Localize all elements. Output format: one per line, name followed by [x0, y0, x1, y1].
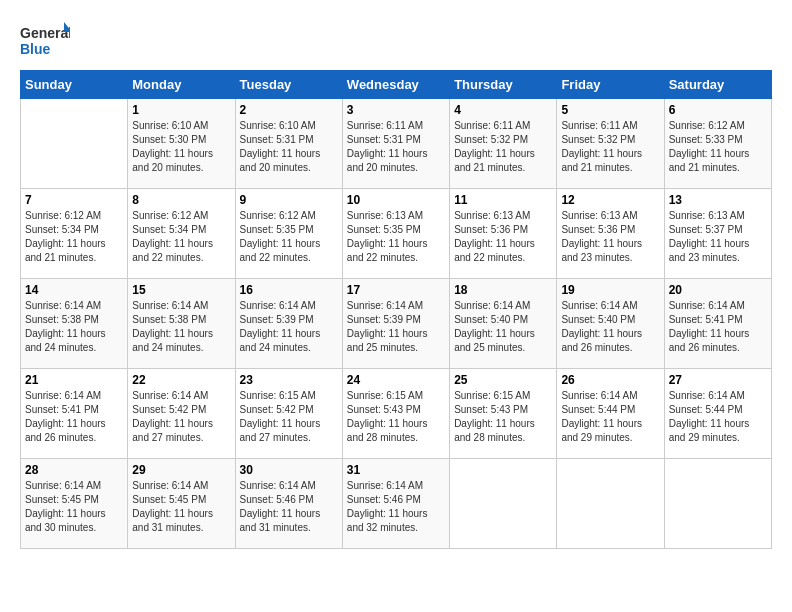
- day-number: 30: [240, 463, 338, 477]
- day-number: 10: [347, 193, 445, 207]
- calendar-cell: 31Sunrise: 6:14 AMSunset: 5:46 PMDayligh…: [342, 459, 449, 549]
- day-number: 19: [561, 283, 659, 297]
- calendar-cell: 13Sunrise: 6:13 AMSunset: 5:37 PMDayligh…: [664, 189, 771, 279]
- page-header: General Blue: [20, 20, 772, 60]
- day-info: Sunrise: 6:14 AMSunset: 5:41 PMDaylight:…: [25, 389, 123, 445]
- calendar-cell: 4Sunrise: 6:11 AMSunset: 5:32 PMDaylight…: [450, 99, 557, 189]
- day-info: Sunrise: 6:13 AMSunset: 5:36 PMDaylight:…: [454, 209, 552, 265]
- day-info: Sunrise: 6:14 AMSunset: 5:44 PMDaylight:…: [669, 389, 767, 445]
- day-info: Sunrise: 6:14 AMSunset: 5:45 PMDaylight:…: [132, 479, 230, 535]
- calendar-cell: 17Sunrise: 6:14 AMSunset: 5:39 PMDayligh…: [342, 279, 449, 369]
- day-number: 2: [240, 103, 338, 117]
- day-number: 25: [454, 373, 552, 387]
- day-info: Sunrise: 6:12 AMSunset: 5:34 PMDaylight:…: [25, 209, 123, 265]
- calendar-week-3: 14Sunrise: 6:14 AMSunset: 5:38 PMDayligh…: [21, 279, 772, 369]
- day-number: 18: [454, 283, 552, 297]
- calendar-cell: 30Sunrise: 6:14 AMSunset: 5:46 PMDayligh…: [235, 459, 342, 549]
- day-info: Sunrise: 6:14 AMSunset: 5:40 PMDaylight:…: [454, 299, 552, 355]
- day-number: 15: [132, 283, 230, 297]
- day-info: Sunrise: 6:14 AMSunset: 5:39 PMDaylight:…: [347, 299, 445, 355]
- calendar-cell: 16Sunrise: 6:14 AMSunset: 5:39 PMDayligh…: [235, 279, 342, 369]
- calendar-cell: 19Sunrise: 6:14 AMSunset: 5:40 PMDayligh…: [557, 279, 664, 369]
- day-number: 4: [454, 103, 552, 117]
- day-info: Sunrise: 6:12 AMSunset: 5:33 PMDaylight:…: [669, 119, 767, 175]
- dow-header-monday: Monday: [128, 71, 235, 99]
- calendar-cell: 20Sunrise: 6:14 AMSunset: 5:41 PMDayligh…: [664, 279, 771, 369]
- day-number: 26: [561, 373, 659, 387]
- day-number: 31: [347, 463, 445, 477]
- calendar-cell: 5Sunrise: 6:11 AMSunset: 5:32 PMDaylight…: [557, 99, 664, 189]
- day-info: Sunrise: 6:15 AMSunset: 5:43 PMDaylight:…: [347, 389, 445, 445]
- day-number: 16: [240, 283, 338, 297]
- day-info: Sunrise: 6:10 AMSunset: 5:30 PMDaylight:…: [132, 119, 230, 175]
- day-number: 21: [25, 373, 123, 387]
- calendar-week-4: 21Sunrise: 6:14 AMSunset: 5:41 PMDayligh…: [21, 369, 772, 459]
- calendar-cell: 23Sunrise: 6:15 AMSunset: 5:42 PMDayligh…: [235, 369, 342, 459]
- calendar-table: SundayMondayTuesdayWednesdayThursdayFrid…: [20, 70, 772, 549]
- calendar-cell: 24Sunrise: 6:15 AMSunset: 5:43 PMDayligh…: [342, 369, 449, 459]
- calendar-cell: [557, 459, 664, 549]
- calendar-cell: 14Sunrise: 6:14 AMSunset: 5:38 PMDayligh…: [21, 279, 128, 369]
- dow-header-thursday: Thursday: [450, 71, 557, 99]
- day-info: Sunrise: 6:15 AMSunset: 5:43 PMDaylight:…: [454, 389, 552, 445]
- day-number: 8: [132, 193, 230, 207]
- day-number: 12: [561, 193, 659, 207]
- dow-header-saturday: Saturday: [664, 71, 771, 99]
- calendar-cell: 3Sunrise: 6:11 AMSunset: 5:31 PMDaylight…: [342, 99, 449, 189]
- calendar-cell: 18Sunrise: 6:14 AMSunset: 5:40 PMDayligh…: [450, 279, 557, 369]
- calendar-cell: 2Sunrise: 6:10 AMSunset: 5:31 PMDaylight…: [235, 99, 342, 189]
- day-info: Sunrise: 6:13 AMSunset: 5:36 PMDaylight:…: [561, 209, 659, 265]
- day-info: Sunrise: 6:13 AMSunset: 5:35 PMDaylight:…: [347, 209, 445, 265]
- dow-header-friday: Friday: [557, 71, 664, 99]
- dow-header-sunday: Sunday: [21, 71, 128, 99]
- day-number: 14: [25, 283, 123, 297]
- dow-header-wednesday: Wednesday: [342, 71, 449, 99]
- calendar-cell: 26Sunrise: 6:14 AMSunset: 5:44 PMDayligh…: [557, 369, 664, 459]
- dow-header-tuesday: Tuesday: [235, 71, 342, 99]
- day-number: 28: [25, 463, 123, 477]
- day-info: Sunrise: 6:14 AMSunset: 5:45 PMDaylight:…: [25, 479, 123, 535]
- day-info: Sunrise: 6:14 AMSunset: 5:42 PMDaylight:…: [132, 389, 230, 445]
- logo: General Blue: [20, 20, 70, 60]
- calendar-cell: 15Sunrise: 6:14 AMSunset: 5:38 PMDayligh…: [128, 279, 235, 369]
- day-info: Sunrise: 6:14 AMSunset: 5:39 PMDaylight:…: [240, 299, 338, 355]
- day-number: 3: [347, 103, 445, 117]
- day-info: Sunrise: 6:14 AMSunset: 5:38 PMDaylight:…: [25, 299, 123, 355]
- calendar-cell: 22Sunrise: 6:14 AMSunset: 5:42 PMDayligh…: [128, 369, 235, 459]
- day-number: 5: [561, 103, 659, 117]
- day-info: Sunrise: 6:10 AMSunset: 5:31 PMDaylight:…: [240, 119, 338, 175]
- calendar-cell: 1Sunrise: 6:10 AMSunset: 5:30 PMDaylight…: [128, 99, 235, 189]
- calendar-cell: 7Sunrise: 6:12 AMSunset: 5:34 PMDaylight…: [21, 189, 128, 279]
- day-info: Sunrise: 6:11 AMSunset: 5:32 PMDaylight:…: [454, 119, 552, 175]
- day-number: 6: [669, 103, 767, 117]
- calendar-cell: 10Sunrise: 6:13 AMSunset: 5:35 PMDayligh…: [342, 189, 449, 279]
- day-info: Sunrise: 6:15 AMSunset: 5:42 PMDaylight:…: [240, 389, 338, 445]
- day-number: 24: [347, 373, 445, 387]
- svg-text:General: General: [20, 25, 70, 41]
- day-number: 23: [240, 373, 338, 387]
- day-number: 13: [669, 193, 767, 207]
- day-number: 17: [347, 283, 445, 297]
- calendar-cell: 9Sunrise: 6:12 AMSunset: 5:35 PMDaylight…: [235, 189, 342, 279]
- day-info: Sunrise: 6:14 AMSunset: 5:40 PMDaylight:…: [561, 299, 659, 355]
- day-info: Sunrise: 6:14 AMSunset: 5:38 PMDaylight:…: [132, 299, 230, 355]
- calendar-cell: [664, 459, 771, 549]
- calendar-week-2: 7Sunrise: 6:12 AMSunset: 5:34 PMDaylight…: [21, 189, 772, 279]
- calendar-cell: 28Sunrise: 6:14 AMSunset: 5:45 PMDayligh…: [21, 459, 128, 549]
- day-info: Sunrise: 6:11 AMSunset: 5:32 PMDaylight:…: [561, 119, 659, 175]
- calendar-cell: 27Sunrise: 6:14 AMSunset: 5:44 PMDayligh…: [664, 369, 771, 459]
- calendar-cell: 6Sunrise: 6:12 AMSunset: 5:33 PMDaylight…: [664, 99, 771, 189]
- day-info: Sunrise: 6:14 AMSunset: 5:41 PMDaylight:…: [669, 299, 767, 355]
- logo-svg: General Blue: [20, 20, 70, 60]
- day-info: Sunrise: 6:12 AMSunset: 5:34 PMDaylight:…: [132, 209, 230, 265]
- calendar-week-1: 1Sunrise: 6:10 AMSunset: 5:30 PMDaylight…: [21, 99, 772, 189]
- day-info: Sunrise: 6:14 AMSunset: 5:44 PMDaylight:…: [561, 389, 659, 445]
- day-number: 20: [669, 283, 767, 297]
- day-info: Sunrise: 6:14 AMSunset: 5:46 PMDaylight:…: [347, 479, 445, 535]
- calendar-cell: 21Sunrise: 6:14 AMSunset: 5:41 PMDayligh…: [21, 369, 128, 459]
- day-number: 29: [132, 463, 230, 477]
- day-number: 22: [132, 373, 230, 387]
- day-number: 1: [132, 103, 230, 117]
- day-info: Sunrise: 6:11 AMSunset: 5:31 PMDaylight:…: [347, 119, 445, 175]
- calendar-cell: [450, 459, 557, 549]
